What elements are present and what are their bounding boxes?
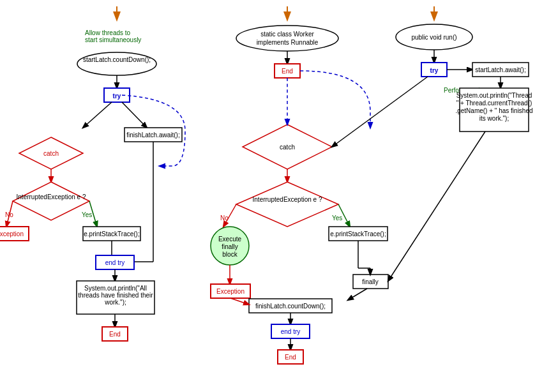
svg-text:Exception: Exception	[216, 288, 245, 295]
svg-text:block: block	[222, 251, 237, 258]
svg-text:System.out.println("All: System.out.println("All	[84, 285, 147, 292]
svg-text:try: try	[430, 67, 439, 74]
svg-text:finally: finally	[222, 243, 238, 250]
svg-marker-48	[236, 182, 338, 227]
svg-text:Yes: Yes	[332, 215, 342, 222]
svg-text:Execute: Execute	[218, 236, 242, 243]
svg-line-8	[83, 102, 112, 128]
svg-text:No: No	[5, 211, 13, 218]
svg-line-9	[122, 102, 147, 128]
svg-text:public void run(): public void run()	[411, 34, 456, 41]
svg-text:Allow threads to: Allow threads to	[85, 29, 131, 36]
svg-text:try: try	[113, 93, 121, 100]
svg-line-95	[388, 132, 485, 281]
svg-text:Exception: Exception	[0, 230, 24, 237]
svg-text:catch: catch	[280, 144, 295, 151]
svg-text:threads have finished their: threads have finished their	[78, 292, 153, 299]
svg-point-39	[236, 26, 338, 51]
svg-text:End: End	[282, 68, 293, 75]
svg-line-68	[348, 289, 367, 300]
svg-line-71	[230, 298, 249, 305]
svg-text:" + Thread.currentThread(): " + Thread.currentThread()	[456, 100, 532, 107]
svg-text:catch: catch	[43, 150, 59, 157]
svg-text:e.printStackTrace();: e.printStackTrace();	[84, 230, 139, 237]
svg-text:End: End	[285, 354, 296, 361]
svg-text:start simultaneously: start simultaneously	[85, 36, 141, 43]
svg-text:Yes: Yes	[82, 211, 92, 218]
svg-text:e.printStackTrace();: e.printStackTrace();	[330, 230, 386, 237]
svg-line-94	[332, 77, 428, 147]
svg-text:finishLatch.countDown();: finishLatch.countDown();	[255, 303, 326, 310]
svg-text:InterruptedException e ?: InterruptedException e ?	[17, 193, 86, 200]
svg-text:work.");: work.");	[104, 299, 126, 306]
svg-text:No: No	[220, 215, 229, 222]
svg-text:System.out.println("Thread: System.out.println("Thread	[456, 92, 532, 99]
svg-text:startLatch.countDown();: startLatch.countDown();	[83, 56, 151, 63]
svg-text:End: End	[109, 331, 121, 338]
svg-text:finishLatch.await();: finishLatch.await();	[126, 132, 179, 139]
svg-text:implements Runnable: implements Runnable	[257, 39, 319, 46]
svg-text:static class Worker: static class Worker	[260, 31, 314, 38]
svg-text:finally: finally	[362, 278, 379, 285]
svg-text:end try: end try	[105, 259, 125, 266]
svg-text:its work.");: its work.");	[479, 115, 509, 122]
svg-text:end try: end try	[281, 328, 301, 335]
svg-text:.getName() + " has finished: .getName() + " has finished	[455, 107, 532, 114]
flowchart-svg: Allow threads to start simultaneously st…	[0, 0, 535, 392]
svg-marker-15	[13, 182, 89, 220]
svg-text:startLatch.await();: startLatch.await();	[475, 66, 525, 73]
svg-text:InterruptedException e ?: InterruptedException e ?	[253, 196, 322, 203]
